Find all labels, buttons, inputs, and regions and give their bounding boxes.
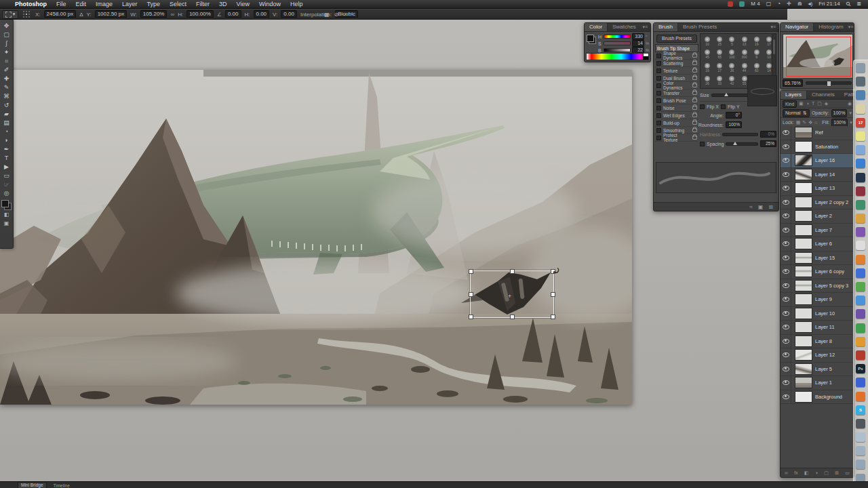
- layer-name[interactable]: Layer 11: [815, 324, 835, 330]
- layer-name[interactable]: Layer 2 copy 2: [815, 199, 848, 205]
- navigator-panel-tab[interactable]: Navigator: [781, 23, 814, 31]
- layer-row[interactable]: Layer 10: [781, 307, 854, 321]
- brush-panel-tab[interactable]: Brush: [654, 23, 678, 31]
- color-panel-tab[interactable]: Color: [585, 23, 608, 31]
- brush-tip-item[interactable]: 5: [726, 35, 738, 47]
- mini-bridge-button[interactable]: Mini Bridge: [18, 482, 47, 488]
- layer-visibility-toggle[interactable]: [781, 335, 791, 348]
- layer-row[interactable]: Layer 6: [781, 237, 854, 251]
- layer-name[interactable]: Layer 14: [815, 171, 835, 178]
- layer-thumbnail[interactable]: [795, 224, 812, 236]
- foreground-color-swatch[interactable]: [1, 200, 9, 207]
- x-position-field[interactable]: 2458.00 px: [44, 10, 77, 18]
- transform-handle-se[interactable]: [551, 314, 555, 319]
- layer-row[interactable]: Layer 9: [781, 293, 854, 307]
- brush-option-checkbox[interactable]: [656, 113, 661, 118]
- lock-icon[interactable]: [692, 128, 697, 132]
- saturation-value-field[interactable]: 14: [632, 40, 644, 47]
- layer-name[interactable]: Layer 5 copy 3: [815, 283, 848, 289]
- layer-row[interactable]: Layer 15: [781, 251, 854, 266]
- layer-visibility-toggle[interactable]: [781, 182, 791, 195]
- opacity-field[interactable]: 100%: [831, 109, 848, 117]
- brush-option-checkbox[interactable]: [656, 68, 661, 73]
- dock-app-icon[interactable]: [856, 200, 865, 209]
- layer-visibility-toggle[interactable]: [781, 140, 791, 154]
- fill-field[interactable]: 100%: [831, 119, 848, 127]
- layer-thumbnail[interactable]: [795, 336, 812, 347]
- layer-thumbnail[interactable]: [795, 363, 812, 375]
- dock-app-icon[interactable]: [856, 227, 865, 237]
- navigator-zoom-slider[interactable]: [806, 81, 852, 85]
- layer-visibility-toggle[interactable]: [781, 376, 791, 390]
- layer-name[interactable]: Layer 13: [815, 185, 835, 191]
- dock-app-icon[interactable]: [856, 392, 865, 401]
- shape-dynamics[interactable]: Shape Dynamics: [655, 52, 698, 60]
- transform-handle-w[interactable]: [469, 292, 473, 297]
- layer-filter-icon[interactable]: ▣: [799, 101, 804, 106]
- height-scale-field[interactable]: 100.00%: [186, 10, 214, 18]
- dock-app-icon[interactable]: [856, 241, 865, 250]
- layer-thumbnail[interactable]: [795, 182, 812, 194]
- layer-row[interactable]: Layer 5 copy 3: [781, 279, 854, 293]
- menu-image[interactable]: Image: [96, 0, 113, 8]
- menu-layer[interactable]: Layer: [122, 0, 138, 8]
- saturation-slider[interactable]: [604, 41, 631, 45]
- panel-menu-icon[interactable]: ▾≡: [642, 23, 650, 31]
- timeline-button[interactable]: Timeline: [54, 483, 70, 488]
- layer-thumbnail[interactable]: [795, 127, 812, 138]
- layer-name[interactable]: Layer 10: [815, 310, 835, 317]
- time-machine-icon[interactable]: ◔: [777, 0, 781, 8]
- scattering[interactable]: Scattering: [655, 60, 698, 67]
- brush-tip-item[interactable]: 33: [713, 75, 726, 87]
- brush-tip-item[interactable]: 45: [701, 48, 713, 61]
- dock-app-icon[interactable]: [856, 159, 865, 168]
- lock-option-icon[interactable]: ⌂: [814, 120, 817, 125]
- dock-app-icon[interactable]: [856, 131, 865, 141]
- foreground-background-swatches[interactable]: [1, 200, 12, 210]
- layer-row[interactable]: Layer 5: [781, 363, 854, 377]
- menu-photoshop[interactable]: Photoshop: [15, 0, 47, 8]
- brush-option-checkbox[interactable]: [656, 61, 661, 66]
- dock-app-icon[interactable]: [856, 77, 865, 86]
- roundness-field[interactable]: 100%: [726, 121, 742, 128]
- layer-filter-icon[interactable]: T: [812, 101, 814, 106]
- layer-name[interactable]: Layer 12: [815, 352, 835, 358]
- lock-icon[interactable]: [692, 136, 697, 140]
- layers-footer-icon[interactable]: ◧: [804, 470, 809, 476]
- layers-panel-tab[interactable]: Layers: [781, 91, 807, 99]
- layer-visibility-toggle[interactable]: [781, 237, 791, 251]
- brush-tip-item[interactable]: 100: [726, 48, 738, 61]
- layer-thumbnail[interactable]: [795, 155, 812, 166]
- layer-visibility-toggle[interactable]: [781, 279, 791, 293]
- tool-preset-picker[interactable]: ▾: [2, 10, 18, 19]
- layer-visibility-toggle[interactable]: [781, 307, 791, 321]
- tool-shape[interactable]: ▭: [1, 171, 12, 180]
- layer-visibility-toggle[interactable]: [781, 154, 791, 167]
- layer-filter-icon[interactable]: ◑: [806, 101, 809, 106]
- transfer[interactable]: Transfer: [655, 89, 698, 97]
- quick-mask-button[interactable]: ◧: [1, 210, 12, 219]
- tool-marquee[interactable]: ▢: [1, 30, 12, 39]
- menu-window[interactable]: Window: [259, 0, 281, 8]
- color-dynamics[interactable]: Color Dynamics: [655, 82, 698, 89]
- commit-transform-button[interactable]: ✓: [343, 12, 348, 18]
- layer-visibility-toggle[interactable]: [781, 196, 791, 209]
- brush-tip-item[interactable]: 17: [713, 61, 726, 74]
- dock-app-icon[interactable]: [856, 214, 865, 223]
- lock-icon[interactable]: [692, 68, 697, 73]
- y-position-field[interactable]: 1002.50 px: [95, 10, 127, 18]
- layer-row[interactable]: Layer 13: [781, 182, 854, 196]
- dock-app-icon[interactable]: S: [856, 405, 865, 415]
- hue-value-field[interactable]: 330: [632, 33, 644, 40]
- brush-angle-roundness-preview[interactable]: [747, 75, 777, 106]
- dock-app-icon[interactable]: [856, 63, 865, 73]
- layer-filter-icon[interactable]: ◈: [825, 101, 828, 106]
- brush-tip-item[interactable]: 9: [751, 48, 763, 61]
- menu-3d[interactable]: 3D: [219, 0, 227, 8]
- brush-pose[interactable]: Brush Pose: [655, 97, 698, 104]
- layer-visibility-toggle[interactable]: [781, 390, 791, 404]
- tool-history-brush[interactable]: ↺: [1, 101, 12, 110]
- navigator-view-rectangle[interactable]: [786, 37, 851, 77]
- brush-footer-icon[interactable]: ≈: [749, 204, 752, 210]
- layer-thumbnail[interactable]: [795, 349, 812, 361]
